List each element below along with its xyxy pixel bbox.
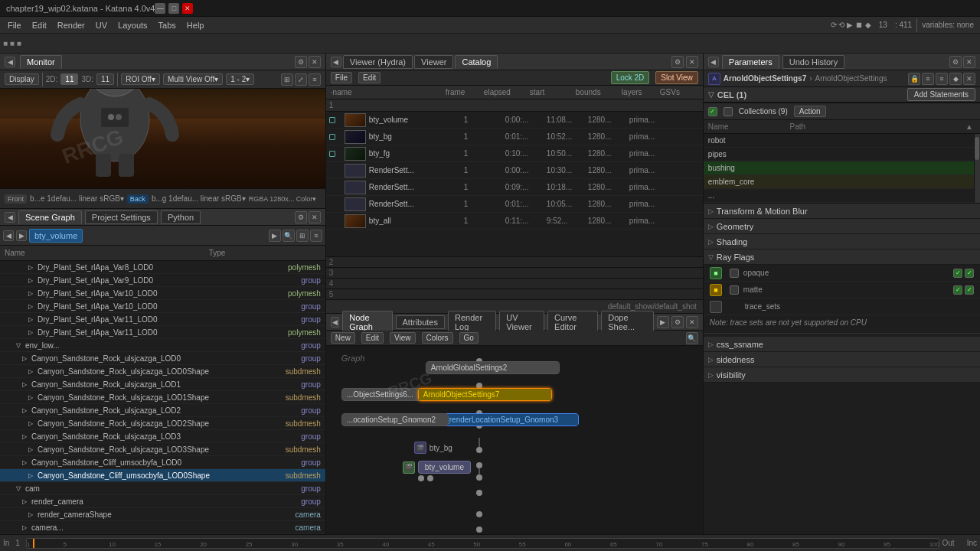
sg-row-1[interactable]: ▷ Dry_Plant_Set_rlApa_Var9_LOD0 group (0, 274, 325, 287)
sg-filter[interactable]: ⊞ (296, 230, 309, 242)
ng-collapse[interactable]: ◀ (331, 317, 339, 328)
sg-forward[interactable]: ▶ (16, 230, 27, 241)
collections-scrollbar[interactable] (974, 134, 980, 203)
node-arnoldglobal[interactable]: ArnoldGlobalSettings2 (426, 361, 560, 374)
col-scroll-up[interactable]: ▲ (963, 121, 975, 133)
catalog-eye-0[interactable] (329, 117, 335, 123)
tab-project-settings[interactable]: Project Settings (85, 210, 158, 224)
params-lock[interactable]: 🔒 (908, 73, 920, 85)
sg-row-canyon1[interactable]: ▷ Canyon_Sandstone_Rock_ulsjcazga_LOD1 g… (0, 378, 325, 391)
sg-row-canyon3[interactable]: ▷ Canyon_Sandstone_Rock_ulsjcazga_LOD3 g… (0, 430, 325, 443)
ng-menu-edit[interactable]: Edit (361, 332, 384, 344)
catalog-edit[interactable]: Edit (358, 72, 381, 83)
viewer-close[interactable]: ✕ (686, 56, 698, 68)
params-settings[interactable]: ⚙ (949, 56, 962, 68)
tab-curveeditor[interactable]: Curve Editor (547, 311, 598, 334)
col-item-more[interactable]: ... (704, 189, 974, 203)
col-item-bushing[interactable]: bushing (704, 161, 974, 175)
opaque-check1[interactable] (730, 269, 739, 278)
catalog-row-5[interactable]: RenderSett... 1 0:01:... 10:05... 1280..… (326, 196, 703, 213)
tab-uvviewer[interactable]: UV Viewer (499, 311, 544, 334)
monitor-fit-icon[interactable]: ⤢ (295, 73, 307, 86)
sg-row-camera[interactable]: ▷ camera... camera (0, 521, 325, 534)
col-item-emblem[interactable]: emblem_core (704, 175, 974, 189)
sg-row-canyon3s[interactable]: ▷ Canyon_Sandstone_Rock_ulsjcazga_LOD3Sh… (0, 443, 325, 456)
node-btyvolume-box[interactable]: bty_volume (418, 461, 471, 474)
sg-row-cliffs[interactable]: ▷ Canyon_Sandstone_Cliff_umsocbyfa_LOD0S… (0, 469, 325, 482)
sg-search[interactable]: 🔍 (283, 230, 295, 242)
tab-renderlog[interactable]: Render Log (448, 311, 496, 334)
cel-header[interactable]: ▽ CEL (1) Add Statements (704, 87, 980, 103)
sg-row-canyon2s[interactable]: ▷ Canyon_Sandstone_Rock_ulsjcazga_LOD2Sh… (0, 417, 325, 430)
monitor-settings[interactable]: ⚙ (295, 56, 307, 68)
sg-path[interactable]: bty_volume (29, 229, 83, 243)
catalog-row-0[interactable]: bty_volume 1 0:00:... 11:08... 1280... p… (326, 112, 703, 129)
viewer-collapse[interactable]: ◀ (331, 57, 341, 67)
monitor-more-icon[interactable]: ≡ (309, 73, 321, 86)
sg-row-5[interactable]: ▷ Dry_Plant_Set_rlApa_Var11_LOD0 polymes… (0, 326, 325, 339)
action-btn[interactable]: Action (794, 106, 826, 117)
catalog-eye-2[interactable] (329, 151, 335, 157)
monitor-close[interactable]: ✕ (309, 56, 321, 68)
viewer-settings[interactable]: ⚙ (671, 56, 684, 68)
display-btn[interactable]: Display (5, 73, 39, 85)
tab-catalog[interactable]: Catalog (455, 55, 498, 69)
sg-more[interactable]: ≡ (310, 230, 322, 242)
sg-row-2[interactable]: ▷ Dry_Plant_Set_rlApa_Var10_LOD0 polymes… (0, 287, 325, 300)
sg-settings[interactable]: ⚙ (295, 211, 307, 223)
sidedness-group[interactable]: ▷ sidedness (704, 352, 980, 367)
tab-nodegraph[interactable]: Node Graph (342, 311, 392, 334)
slot-view-btn[interactable]: Slot View (655, 71, 698, 84)
nodegraph-canvas[interactable]: Graph (326, 346, 703, 534)
catalog-file[interactable]: File (331, 72, 352, 83)
ng-settings[interactable]: ⚙ (671, 316, 684, 328)
params-more2[interactable]: ≡ (936, 73, 948, 85)
params-body[interactable]: ▽ CEL (1) Add Statements ✓ Collections (… (704, 87, 980, 534)
catalog-row-4[interactable]: RenderSett... 1 0:09:... 10:18... 1280..… (326, 179, 703, 196)
catalog-row-1[interactable]: bty_bg 1 0:01:... 10:52... 1280... prima… (326, 129, 703, 145)
matte-chk1[interactable]: ✓ (953, 285, 962, 295)
lock-2d-btn[interactable]: Lock 2D (611, 71, 650, 84)
collections-check[interactable]: ✓ (708, 107, 717, 116)
tab-scenegraph[interactable]: Scene Graph (18, 210, 82, 224)
scenegraph-list[interactable]: ▷ Dry_Plant_Set_rlApa_Var8_LOD0 polymesh… (0, 261, 325, 534)
sg-row-0[interactable]: ▷ Dry_Plant_Set_rlApa_Var8_LOD0 polymesh (0, 261, 325, 274)
menu-tabs[interactable]: Tabs (154, 19, 181, 31)
mode-2d-val[interactable]: 11 (60, 73, 78, 85)
sg-row-rcams[interactable]: ▷ render_cameraShape camera (0, 508, 325, 521)
visibility-group[interactable]: ▷ visibility (704, 367, 980, 383)
params-close[interactable]: ✕ (963, 56, 975, 68)
menu-file[interactable]: File (3, 19, 26, 31)
transform-group[interactable]: ▷ Transform & Motion Blur (704, 204, 980, 219)
params-more1[interactable]: ≡ (922, 73, 934, 85)
col-item-robot[interactable]: robot (704, 134, 974, 148)
ng-close[interactable]: ✕ (686, 316, 698, 328)
catalog-eye-1[interactable] (329, 134, 335, 140)
timeline-playhead[interactable] (33, 539, 34, 548)
sg-row-canyon2[interactable]: ▷ Canyon_Sandstone_Rock_ulsjcazga_LOD2 g… (0, 404, 325, 417)
opaque-chk1[interactable]: ✓ (953, 269, 962, 278)
menu-help[interactable]: Help (182, 19, 209, 31)
tab-viewer[interactable]: Viewer (414, 55, 453, 69)
catalog-row-6[interactable]: bty_all 1 0:11:... 9:52... 1280... prima… (326, 213, 703, 230)
params-more4[interactable]: ✕ (963, 73, 975, 85)
tab-python[interactable]: Python (161, 210, 201, 224)
ng-play[interactable]: ▶ (657, 316, 669, 328)
opaque-color-swatch[interactable]: ■ (710, 267, 722, 279)
menu-render[interactable]: Render (53, 19, 90, 31)
sg-row-env[interactable]: ▽ env_low... group (0, 339, 325, 352)
range-btn[interactable]: 1 - 2▾ (226, 73, 254, 85)
catalog-row-3[interactable]: RenderSett... 1 0:00:... 10:30... 1280..… (326, 162, 703, 179)
ng-menu-view[interactable]: View (390, 332, 416, 344)
sg-back[interactable]: ◀ (3, 230, 14, 241)
opaque-chk2[interactable]: ✓ (965, 269, 974, 278)
add-statements-btn[interactable]: Add Statements (907, 88, 975, 101)
tab-parameters[interactable]: Parameters (722, 55, 779, 69)
sg-collapse[interactable]: ◀ (5, 212, 15, 223)
collections-eye[interactable] (724, 107, 733, 116)
monitor-view-icon[interactable]: ⊞ (281, 73, 293, 86)
tab-attributes[interactable]: Attributes (396, 315, 445, 329)
sg-row-cliff[interactable]: ▷ Canyon_Sandstone_Cliff_umsocbyfa_LOD0 … (0, 456, 325, 469)
mode-3d-val[interactable]: 11 (96, 73, 114, 85)
sg-row-canyon1s[interactable]: ▷ Canyon_Sandstone_Rock_ulsjcazga_LOD1Sh… (0, 391, 325, 404)
